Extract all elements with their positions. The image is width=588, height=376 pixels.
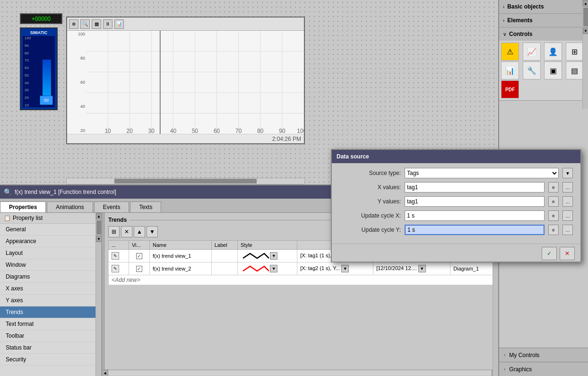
right-scroll-thumb[interactable] [583, 8, 588, 26]
col-edit: ... [109, 241, 129, 250]
simatic-knob[interactable]: 50 [40, 96, 53, 105]
dialog-footer: ✓ ✕ [332, 244, 580, 263]
properties-icon: 🔍 [4, 188, 12, 196]
x-values-more-btn[interactable]: … [562, 182, 573, 192]
ctrl-more1[interactable]: ⊞ [566, 43, 584, 61]
dialog-cancel-btn[interactable]: ✕ [560, 247, 575, 260]
ctrl-chart[interactable]: 📊 [501, 61, 519, 79]
update-cycle-x-list-btn[interactable]: ≡ [548, 210, 559, 221]
tab-animations[interactable]: Animations [47, 201, 93, 212]
nav-security[interactable]: Security [0, 354, 101, 366]
chart-export-btn[interactable]: 📊 [114, 19, 124, 29]
row2-label [211, 262, 237, 275]
elements-header[interactable]: › Elements [499, 14, 588, 27]
nav-toolbar[interactable]: Toolbar [0, 330, 101, 342]
nav-text-format[interactable]: Text format [0, 318, 101, 330]
svg-text:90: 90 [279, 128, 285, 134]
props-nav: 📋 Property list General Appearance Layou… [0, 213, 102, 376]
ctrl-user[interactable]: 👤 [544, 43, 562, 61]
trend-up-btn[interactable]: ▲ [134, 226, 145, 237]
dialog-ok-btn[interactable]: ✓ [542, 247, 557, 260]
cancel-icon: ✕ [565, 250, 570, 257]
ctrl-alarm[interactable]: ⚠ [501, 43, 519, 61]
chart-bar-btn[interactable]: ▦ [92, 19, 101, 29]
edit-icon-2[interactable]: ✎ [112, 265, 119, 272]
source-type-select[interactable]: Tags [405, 168, 559, 178]
ctrl-diag[interactable]: 🔧 [523, 61, 541, 79]
update-cycle-y-input[interactable] [405, 225, 545, 235]
y-values-input[interactable] [405, 196, 545, 207]
nav-status-bar[interactable]: Status bar [0, 342, 101, 354]
x-values-list-btn[interactable]: ≡ [548, 182, 559, 192]
ctrl-trend[interactable]: 📈 [523, 43, 541, 61]
nav-scroll-down[interactable]: ▼ [96, 236, 102, 242]
update-cycle-y-list-btn[interactable]: ≡ [548, 225, 559, 235]
ok-icon: ✓ [547, 250, 552, 257]
nav-x-axes[interactable]: X axes [0, 283, 101, 295]
style-dropdown-2[interactable]: ▼ [270, 265, 277, 272]
svg-text:40: 40 [170, 128, 177, 134]
y-values-more-btn[interactable]: … [562, 196, 573, 207]
my-controls-item[interactable]: › My Controls [499, 348, 588, 362]
ctrl-embed[interactable]: ▣ [544, 61, 562, 79]
row1-label [211, 250, 237, 262]
nav-window[interactable]: Window [0, 259, 101, 271]
right-panel-scrollbar[interactable]: ▲ ▼ [582, 0, 588, 109]
nav-appearance[interactable]: Appearance [0, 236, 101, 247]
visible-cb-2[interactable] [136, 266, 142, 272]
hscroll-left[interactable]: ◄ [104, 370, 108, 376]
nav-trends[interactable]: Trends [0, 306, 101, 318]
nav-y-axes[interactable]: Y axes [0, 295, 101, 306]
update-cycle-x-more-btn[interactable]: … [562, 210, 573, 221]
data-source-dialog: Data source Source type: Tags ▼ X values… [331, 149, 581, 262]
row2-visible[interactable] [129, 262, 149, 275]
hscroll-track[interactable] [108, 371, 492, 376]
chart-footer: 2:04:26 PM [67, 134, 304, 143]
right-scroll-up[interactable]: ▲ [583, 0, 588, 7]
nav-scroll-thumb[interactable] [96, 220, 101, 235]
nav-layout[interactable]: Layout [0, 247, 101, 259]
row2-extra: [X: tag2 (1 s), Y... ▼ [297, 262, 373, 275]
basic-objects-header[interactable]: › Basic objects [499, 0, 588, 13]
tab-events[interactable]: Events [94, 201, 130, 212]
chart-scroll-thumb[interactable] [114, 179, 257, 184]
controls-header[interactable]: ∨ Controls [499, 27, 588, 41]
extra-dropdown-2[interactable]: ▼ [341, 265, 349, 272]
row1-edit[interactable]: ✎ [109, 250, 129, 262]
y-values-list-btn[interactable]: ≡ [548, 196, 559, 207]
trend-delete-btn[interactable]: ✕ [121, 226, 132, 237]
source-type-dropdown[interactable]: ▼ [562, 168, 573, 178]
nav-scroll-up[interactable]: ▲ [96, 213, 102, 219]
table-row-add[interactable]: <Add new> [109, 275, 494, 285]
trend-down-btn[interactable]: ▼ [147, 226, 158, 237]
row1-visible[interactable] [129, 250, 149, 262]
style-dropdown-1[interactable]: ▼ [270, 252, 277, 260]
right-scroll-down[interactable]: ▼ [583, 27, 588, 34]
visible-cb-1[interactable] [136, 253, 142, 259]
row2-edit[interactable]: ✎ [109, 262, 129, 275]
update-cycle-y-more-btn[interactable]: … [562, 225, 573, 235]
my-controls-label: My Controls [509, 352, 539, 359]
graphics-item[interactable]: › Graphics [499, 362, 588, 376]
chart-pause-btn[interactable]: ⏸ [103, 19, 112, 29]
chart-scrollbar[interactable] [66, 178, 305, 184]
date-dropdown-2[interactable]: ▼ [418, 265, 426, 272]
tab-texts[interactable]: Texts [130, 201, 161, 212]
add-new-cell[interactable]: <Add new> [109, 275, 494, 285]
nav-scrollbar[interactable]: ▲ ▼ [95, 213, 101, 376]
numeric-display: +00000 [20, 13, 62, 24]
col-label: Label [211, 241, 237, 250]
ctrl-pdf[interactable]: PDF [501, 80, 519, 98]
tab-properties[interactable]: Properties [0, 201, 46, 212]
trend-add-btn[interactable]: ⊞ [108, 226, 120, 237]
nav-diagrams[interactable]: Diagrams [0, 271, 101, 283]
edit-icon-1[interactable]: ✎ [112, 252, 119, 260]
chart-move-btn[interactable]: ⊕ [69, 19, 78, 29]
svg-text:30: 30 [148, 128, 155, 134]
content-hscroll[interactable]: ◄ ► [104, 369, 498, 376]
nav-general[interactable]: General [0, 224, 101, 236]
chart-zoom-btn[interactable]: 🔍 [80, 19, 90, 29]
update-cycle-x-input[interactable] [405, 210, 545, 221]
ctrl-more2[interactable]: ▤ [566, 61, 584, 79]
x-values-input[interactable] [405, 182, 545, 192]
